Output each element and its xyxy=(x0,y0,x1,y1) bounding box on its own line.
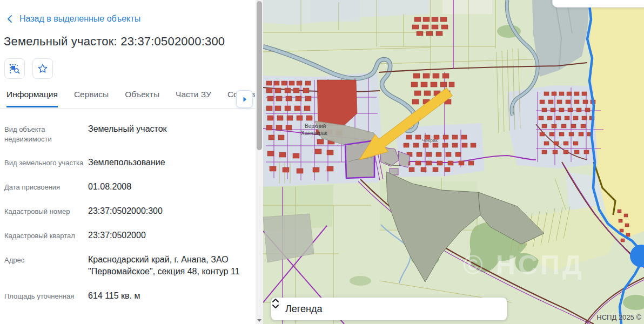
field-label: Вид земельного участка xyxy=(4,157,88,168)
field-row: Вид земельного участкаЗемлепользование xyxy=(4,157,249,168)
collapsed-search-panel[interactable] xyxy=(552,0,644,8)
scroll-tabs-button[interactable] xyxy=(236,90,253,108)
field-row: Кадастровый номер23:37:0502000:300 xyxy=(4,205,249,217)
back-link-label: Назад в выделенные объекты xyxy=(19,14,140,24)
tab-objects[interactable]: Объекты xyxy=(125,90,159,106)
field-row: АдресКраснодарский край, г. Анапа, ЗАО "… xyxy=(4,254,249,278)
field-row: Дата присвоения01.08.2008 xyxy=(4,181,249,193)
object-info-panel: Назад в выделенные объекты Земельный уча… xyxy=(0,0,256,324)
panel-scrollbar[interactable] xyxy=(256,0,263,324)
watermark: © НСПД xyxy=(463,250,585,280)
field-label: Адрес xyxy=(4,254,88,278)
back-chevron-icon xyxy=(6,15,14,23)
nspd-app: Назад в выделенные объекты Земельный уча… xyxy=(0,0,644,324)
legend-label: Легенда xyxy=(285,303,322,315)
field-value: Землепользование xyxy=(88,157,249,168)
field-value: 01.08.2008 xyxy=(88,181,249,193)
tabs-separator xyxy=(0,108,256,109)
tab-bar: ИнформацияСервисыОбъектыЧасти ЗУСостав Е… xyxy=(0,90,256,109)
legend-bar[interactable]: Легенда xyxy=(271,298,507,320)
settlement-label-line2: Ханчакрак xyxy=(301,130,327,136)
field-label: Дата присвоения xyxy=(4,181,88,193)
star-icon xyxy=(37,63,49,75)
map-viewport[interactable]: Верхний Ханчакрак Чекрак © НСПД Легенда … xyxy=(263,0,644,324)
map-attribution: НСПД 2025 © xyxy=(596,313,641,321)
cadastral-map-canvas[interactable]: Верхний Ханчакрак Чекрак © НСПД xyxy=(263,0,644,324)
field-label: Кадастровый номер xyxy=(4,205,88,217)
back-link[interactable]: Назад в выделенные объекты xyxy=(6,14,140,24)
scrollbar-thumb[interactable] xyxy=(257,1,262,150)
show-on-map-button[interactable] xyxy=(4,58,25,79)
field-value: Краснодарский край, г. Анапа, ЗАО "Перво… xyxy=(88,254,249,278)
field-value: 23:37:0502000 xyxy=(88,230,249,241)
attributes-list: Вид объекта недвижимостиЗемельный участо… xyxy=(4,123,249,314)
tab-services[interactable]: Сервисы xyxy=(74,90,109,106)
scroll-down-icon[interactable] xyxy=(257,319,261,322)
tab-information[interactable]: Информация xyxy=(6,90,58,107)
settlement-label-line1: Верхний xyxy=(305,123,326,129)
field-label: Кадастровый квартал xyxy=(4,230,88,241)
field-label: Вид объекта недвижимости xyxy=(4,123,88,144)
page-title: Земельный участок: 23:37:0502000:300 xyxy=(4,35,225,49)
field-row: Кадастровый квартал23:37:0502000 xyxy=(4,230,249,241)
field-value: 614 115 кв. м xyxy=(88,290,249,302)
field-value: Земельный участок xyxy=(88,123,249,144)
favorite-button[interactable] xyxy=(32,58,53,79)
settlement-label-2: Чекрак xyxy=(422,138,438,143)
tab-parcel-parts[interactable]: Части ЗУ xyxy=(176,90,211,106)
next-tabs-arrow-icon xyxy=(242,96,248,103)
field-label: Площадь уточненная xyxy=(4,290,88,302)
field-row: Вид объекта недвижимостиЗемельный участо… xyxy=(4,123,249,144)
legend-expand-icon xyxy=(271,298,280,309)
select-area-icon xyxy=(9,63,20,74)
field-row: Площадь уточненная614 115 кв. м xyxy=(4,290,249,302)
field-value: 23:37:0502000:300 xyxy=(88,205,249,217)
